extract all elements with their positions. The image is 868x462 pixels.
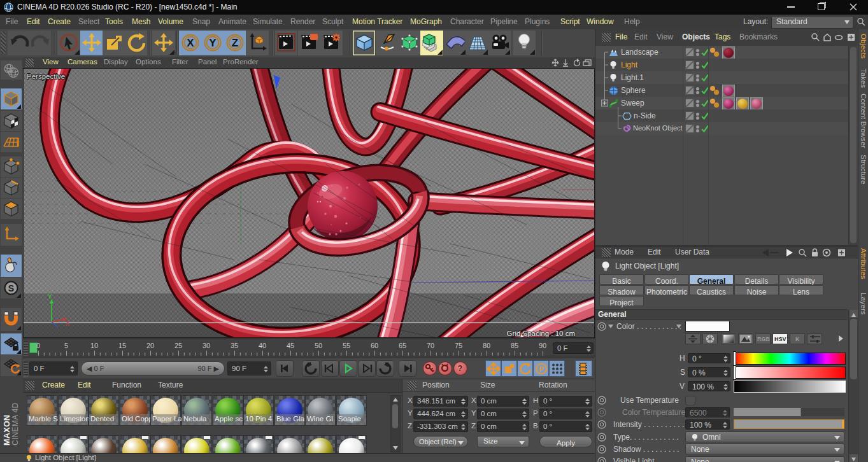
svg-text:P: P <box>539 365 543 373</box>
svg-text:HSV: HSV <box>774 336 786 342</box>
svg-text:Z: Z <box>232 37 238 49</box>
svg-text:Y: Y <box>48 293 52 300</box>
svg-text:K: K <box>795 336 800 342</box>
svg-text:X: X <box>187 37 194 49</box>
svg-text:Perspective: Perspective <box>27 73 65 80</box>
svg-text:Y: Y <box>209 37 217 49</box>
svg-text:S: S <box>8 283 14 293</box>
svg-text:RGB: RGB <box>757 336 771 342</box>
svg-text:?: ? <box>458 364 462 373</box>
svg-text:X: X <box>66 320 70 327</box>
svg-text:Grid Spacing : 10 cm: Grid Spacing : 10 cm <box>507 330 575 337</box>
